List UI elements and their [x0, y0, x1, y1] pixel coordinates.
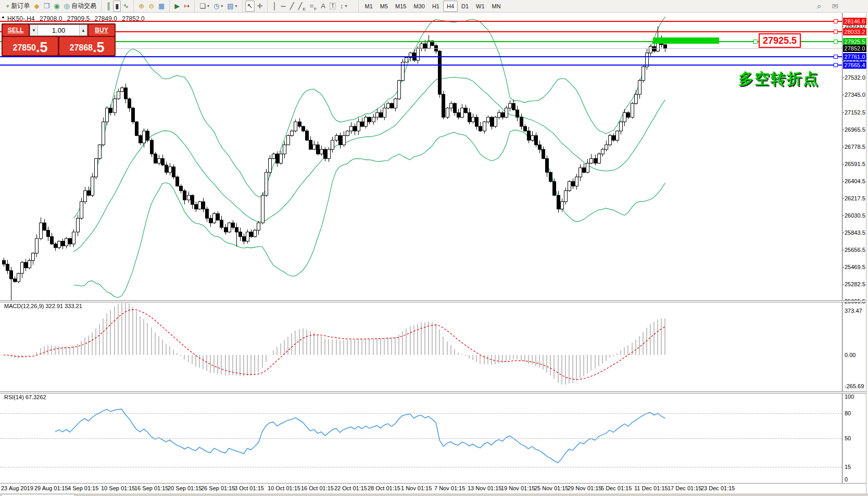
vertical-line-button[interactable]: │ — [270, 1, 279, 12]
price-tick-mark — [842, 267, 844, 268]
dropdown-arrow-icon: ▾ — [235, 4, 237, 8]
charts-window-button[interactable]: ❒ — [42, 1, 52, 12]
close-value: 27852.0 — [122, 15, 144, 22]
timeframe-d1-button[interactable]: D1 — [458, 1, 472, 12]
sell-button[interactable]: SELL — [3, 24, 29, 36]
volume-increase-button[interactable]: ▲ — [79, 25, 87, 35]
line-handle[interactable] — [834, 40, 838, 44]
timeframe-mn-button[interactable]: MN — [488, 1, 505, 12]
line-chart-button[interactable]: ∿ — [121, 1, 131, 12]
price-tick-mark — [842, 198, 844, 199]
text-icon: A — [321, 3, 325, 9]
rsi-axis-label: 80 — [845, 410, 851, 417]
fibonacci-button[interactable]: ≡F — [308, 1, 319, 12]
macd-rsi-separator[interactable] — [0, 391, 866, 393]
price-tick-mark — [842, 95, 844, 95]
candlestick-button[interactable]: ▮ — [113, 1, 121, 12]
new-order-button[interactable]: +新订单 — [4, 1, 32, 12]
open-value: 27908.0 — [40, 15, 62, 22]
channel-button[interactable]: ╱E — [296, 1, 308, 12]
timeframe-h1-button[interactable]: H1 — [429, 1, 443, 12]
timeframe-m1-button[interactable]: M1 — [361, 1, 376, 12]
buy-price-main: 27868 — [69, 41, 93, 55]
horizontal-line-object[interactable] — [0, 65, 842, 66]
price-tick-mark — [842, 181, 844, 182]
sounds-button[interactable]: ◉ — [52, 1, 61, 12]
horizontal-line-button[interactable]: ─ — [279, 1, 288, 12]
zoom-in-button[interactable]: ⊕ — [136, 1, 146, 12]
search-button[interactable]: ⌕ — [815, 1, 823, 12]
timeframe-m30-button[interactable]: M30 — [410, 1, 428, 12]
buy-button[interactable]: BUY — [89, 24, 115, 36]
one-click-collapse-icon[interactable]: ▲ — [1, 15, 5, 19]
price-tick-label: 26217.5 — [845, 195, 865, 202]
time-axis-separator — [0, 483, 866, 484]
mt4-terminal: { "toolbar": { "groups": [ [ {"name":"ne… — [0, 0, 868, 496]
new-chart-button[interactable]: ❏▾ — [197, 1, 211, 12]
horizontal-line-object[interactable] — [0, 31, 842, 32]
volume-spinner: ▼ 1.00 ▲ — [30, 24, 87, 36]
price-tick-mark — [842, 215, 844, 216]
toolbar: +新订单◆❒◉◎自动交易║▮∿⊕⊖▦▶↦❏▾◷▾▤▾↖✛│─╱╱E≡FAT↕▾M… — [0, 0, 868, 12]
time-axis-label: 7 Nov 01:15 — [434, 485, 465, 491]
buy-price[interactable]: 27868.5 — [59, 37, 115, 55]
volume-decrease-button[interactable]: ▼ — [30, 25, 38, 35]
zoom-out-icon: ⊖ — [148, 3, 154, 9]
price-chart-canvas[interactable] — [0, 15, 842, 301]
trendline-button[interactable]: ╱ — [288, 1, 296, 12]
price-axis[interactable]: 28093.027719.027532.027345.027152.526965… — [842, 0, 866, 496]
cursor-button[interactable]: ↖ — [245, 1, 255, 12]
rsi-axis-label: 50 — [845, 435, 851, 442]
chat-button[interactable]: ✉ — [829, 1, 840, 12]
auto-scroll-button[interactable]: ▶ — [172, 1, 182, 12]
templates-button[interactable]: ▤▾ — [225, 1, 239, 12]
line-handle[interactable] — [834, 55, 838, 59]
turning-point-text[interactable]: 多空转折点 — [738, 69, 819, 90]
horizontal-line-object[interactable] — [0, 56, 842, 57]
timeframe-h4-button[interactable]: H4 — [443, 1, 458, 12]
macd-header: MACD(12,26,9) 322.91 333.21 — [4, 303, 82, 309]
horizontal-line-icon: ─ — [281, 3, 286, 9]
autotrading-button-label: 自动交易 — [71, 2, 96, 10]
macd-canvas[interactable] — [0, 303, 842, 391]
price-tick-mark — [842, 147, 844, 147]
autotrading-button[interactable]: ◎自动交易 — [62, 1, 98, 12]
periods-button[interactable]: ◷▾ — [211, 1, 225, 12]
sound-icon: ◉ — [54, 3, 59, 9]
status-box — [1, 494, 75, 496]
highlight-band[interactable] — [653, 37, 719, 44]
tile-windows-button[interactable]: ▦ — [156, 1, 167, 12]
profiles-button[interactable]: ◆ — [32, 1, 42, 12]
macd-axis-label: 0.00 — [845, 351, 856, 359]
bid-price-label: 27852.0 — [843, 45, 866, 52]
sell-price[interactable]: 27850.5 — [3, 37, 58, 55]
timeframe-m5-button[interactable]: M5 — [376, 1, 392, 12]
zoom-out-button[interactable]: ⊖ — [146, 1, 156, 12]
label-button[interactable]: T — [328, 1, 338, 12]
text-button[interactable]: A — [319, 1, 328, 12]
line-handle[interactable] — [834, 19, 838, 23]
dropdown-arrow-icon: ▾ — [345, 4, 347, 8]
timeframe-w1-button[interactable]: W1 — [472, 1, 488, 12]
low-value: 27849.0 — [95, 15, 117, 22]
profile-icon: ◆ — [34, 3, 40, 9]
crosshair-button[interactable]: ✛ — [255, 1, 265, 12]
price-tick-label: 25656.5 — [845, 246, 865, 253]
fibonacci-icon-sub: F — [314, 7, 317, 11]
one-click-trading-panel: SELL ▼ 1.00 ▲ BUY 27850.5 27868.5 — [2, 23, 116, 56]
rsi-axis-label: 100 — [845, 393, 854, 400]
chart-shift-button[interactable]: ↦ — [182, 1, 192, 12]
volume-input[interactable]: 1.00 — [38, 25, 79, 35]
price-tick-mark — [842, 164, 844, 164]
timeframe-m15-button[interactable]: M15 — [392, 1, 410, 12]
bar-chart-button[interactable]: ║ — [104, 1, 113, 12]
line-handle[interactable] — [834, 63, 838, 67]
price-tick-mark — [842, 250, 844, 250]
price-macd-separator[interactable] — [0, 300, 866, 302]
line-handle[interactable] — [753, 40, 758, 44]
chat-icon: ✉ — [832, 2, 838, 10]
arrows-button[interactable]: ↕▾ — [338, 1, 349, 12]
line-handle[interactable] — [834, 30, 838, 34]
price-tag-label[interactable]: 27925.5 — [759, 33, 801, 48]
time-axis-label: 17 Dec 01:15 — [668, 485, 701, 491]
